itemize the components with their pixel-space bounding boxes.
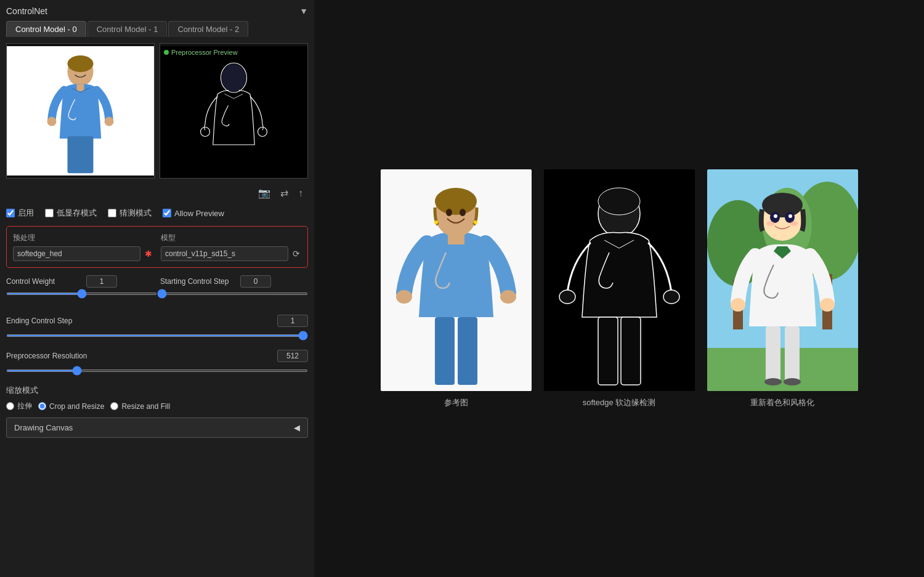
- svg-point-15: [500, 290, 516, 304]
- pm-row: 预处理 softedge_hed ✱ 模型 control_v11p_sd15_…: [13, 233, 301, 261]
- ending-step-section: Ending Control Step 1: [6, 315, 308, 345]
- svg-rect-11: [435, 317, 455, 385]
- scale-radio-fill[interactable]: [110, 402, 118, 410]
- result-item-edge: softedge 软边缘检测: [544, 169, 695, 408]
- dual-slider-row: Control Weight 1 Starting Control Step 0: [6, 275, 308, 290]
- allow-preview-checkbox[interactable]: Allow Preview: [163, 209, 224, 218]
- tab-control-model-0[interactable]: Control Model - 0: [6, 21, 86, 37]
- svg-point-1: [68, 55, 94, 72]
- preprocessor-col: 预处理 softedge_hed ✱: [13, 233, 153, 261]
- guess-mode-label: 猜测模式: [120, 208, 152, 219]
- preprocessor-res-label: Preprocessor Resolution: [6, 352, 87, 360]
- drawing-canvas-label: Drawing Canvas: [14, 423, 73, 432]
- camera-btn[interactable]: 📷: [256, 185, 273, 201]
- status-dot: [164, 50, 169, 55]
- tab-control-model-1[interactable]: Control Model - 1: [87, 21, 168, 37]
- control-weight-slider[interactable]: [6, 293, 157, 295]
- result-nurse-svg: [381, 169, 532, 391]
- preprocessor-label: 预处理: [13, 233, 153, 243]
- nurse-svg: [7, 46, 154, 176]
- starting-step-value[interactable]: 0: [240, 275, 271, 288]
- svg-point-23: [598, 188, 640, 215]
- dual-slider-container: [6, 293, 308, 304]
- svg-point-8: [258, 127, 267, 137]
- svg-rect-12: [458, 317, 477, 385]
- ending-step-value[interactable]: 1: [277, 315, 308, 327]
- starting-step-slider[interactable]: [157, 293, 308, 295]
- svg-point-18: [446, 209, 452, 216]
- checkbox-row: 启用 低显存模式 猜测模式 Allow Preview: [6, 208, 308, 219]
- scale-option-fill[interactable]: Resize and Fill: [110, 402, 170, 411]
- scale-radio-crop[interactable]: [38, 402, 46, 410]
- scale-label-fill: Resize and Fill: [121, 402, 170, 411]
- svg-rect-26: [598, 317, 618, 385]
- guess-mode-input[interactable]: [108, 209, 116, 217]
- drawing-canvas-icon: ◀: [294, 423, 300, 432]
- right-panel: 参考图: [314, 0, 924, 577]
- up-btn[interactable]: ↑: [296, 185, 306, 201]
- svg-point-9: [222, 64, 246, 92]
- ending-step-label: Ending Control Step: [6, 317, 80, 325]
- allow-preview-label: Allow Preview: [174, 209, 224, 218]
- scale-mode-section: 缩放模式 拉伸 Crop and Resize Resize and Fill: [6, 385, 308, 411]
- model-col: 模型 control_v11p_sd15_s ⟳: [161, 233, 301, 261]
- scale-option-stretch[interactable]: 拉伸: [6, 401, 32, 411]
- low-vram-checkbox[interactable]: 低显存模式: [45, 208, 97, 219]
- svg-rect-27: [621, 317, 641, 385]
- svg-point-19: [460, 209, 466, 216]
- edge-preview-svg: [160, 52, 307, 179]
- image-row: ⊞ 图像 ↺ ✕ ✎: [6, 43, 308, 179]
- preprocessor-preview-image: Preprocessor Preview: [160, 46, 307, 176]
- preprocessor-select[interactable]: softedge_hed: [13, 246, 140, 261]
- preprocessor-res-slider-container: [6, 365, 308, 374]
- svg-point-42: [762, 193, 803, 217]
- svg-point-47: [766, 221, 775, 226]
- swap-btn[interactable]: ⇄: [278, 185, 291, 201]
- svg-rect-36: [785, 326, 800, 382]
- preprocessor-model-box: 预处理 softedge_hed ✱ 模型 control_v11p_sd15_…: [6, 226, 308, 268]
- tab-control-model-2[interactable]: Control Model - 2: [168, 21, 248, 37]
- preprocessor-res-slider[interactable]: [6, 369, 308, 372]
- low-vram-input[interactable]: [45, 209, 54, 217]
- ending-step-slider[interactable]: [6, 334, 308, 337]
- svg-point-20: [434, 220, 438, 224]
- preprocessor-preview-label: Preprocessor Preview: [164, 49, 238, 56]
- result-label-photo: 参考图: [444, 397, 468, 408]
- preprocessor-input-row: softedge_hed ✱: [13, 246, 153, 261]
- svg-point-48: [790, 221, 798, 226]
- enable-checkbox[interactable]: 启用: [6, 208, 34, 219]
- scale-option-crop[interactable]: Crop and Resize: [38, 402, 104, 411]
- control-weight-group: Control Weight 1: [6, 275, 154, 290]
- ending-step-slider-container: [6, 329, 308, 339]
- nurse-image: [7, 46, 154, 176]
- preprocessor-fire-btn[interactable]: ✱: [144, 248, 153, 260]
- svg-point-45: [774, 214, 777, 218]
- tabs-container: Control Model - 0 Control Model - 1 Cont…: [6, 21, 308, 37]
- allow-preview-input[interactable]: [163, 209, 171, 217]
- panel-collapse-icon[interactable]: ▼: [299, 6, 308, 16]
- enable-checkbox-input[interactable]: [6, 209, 15, 217]
- scale-radio-stretch[interactable]: [6, 402, 14, 410]
- scale-mode-label: 缩放模式: [6, 385, 308, 396]
- starting-step-row: Starting Control Step 0: [160, 275, 308, 288]
- preprocessor-res-section: Preprocessor Resolution 512: [6, 350, 308, 380]
- svg-rect-4: [68, 136, 94, 173]
- result-image-photo: [381, 169, 532, 391]
- result-edge-svg: [544, 169, 695, 391]
- result-image-edge: [544, 169, 695, 391]
- control-weight-label: Control Weight: [6, 277, 80, 286]
- ending-step-row: Ending Control Step 1: [6, 315, 308, 327]
- control-sliders-section: Control Weight 1 Starting Control Step 0: [6, 275, 308, 310]
- guess-mode-checkbox[interactable]: 猜测模式: [108, 208, 152, 219]
- control-weight-row: Control Weight 1: [6, 275, 154, 288]
- model-select[interactable]: control_v11p_sd15_s: [161, 246, 288, 261]
- model-input-row: control_v11p_sd15_s ⟳: [161, 246, 301, 261]
- svg-point-2: [47, 117, 57, 126]
- control-weight-value[interactable]: 1: [86, 275, 117, 288]
- panel-title: ControlNet: [6, 6, 47, 16]
- model-refresh-btn[interactable]: ⟳: [291, 248, 301, 260]
- scale-label-stretch: 拉伸: [17, 401, 32, 411]
- svg-rect-5: [77, 84, 84, 92]
- preprocessor-res-value[interactable]: 512: [277, 350, 308, 362]
- drawing-canvas-button[interactable]: Drawing Canvas ◀: [6, 418, 308, 438]
